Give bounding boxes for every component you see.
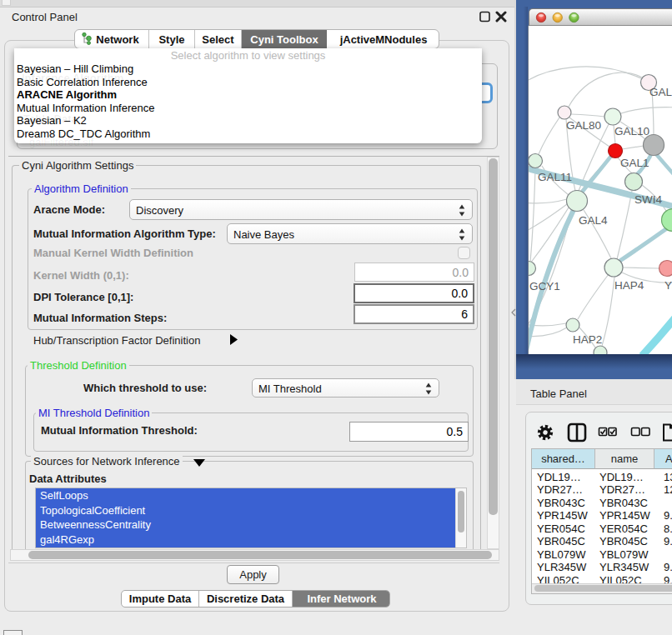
- svg-text:GCY1: GCY1: [529, 280, 560, 292]
- svg-text:GAL80: GAL80: [566, 119, 601, 132]
- svg-text:GAL7: GAL7: [649, 86, 672, 98]
- svg-text:GAL10: GAL10: [614, 125, 649, 138]
- svg-text:YJ: YJ: [664, 279, 672, 292]
- svg-text:HAP2: HAP2: [573, 333, 602, 346]
- svg-text:GAL4: GAL4: [579, 214, 608, 227]
- svg-text:HAP4: HAP4: [614, 279, 644, 292]
- svg-text:GAL1: GAL1: [620, 157, 649, 169]
- svg-text:SWI4: SWI4: [634, 193, 662, 206]
- svg-text:GAL11: GAL11: [538, 171, 572, 183]
